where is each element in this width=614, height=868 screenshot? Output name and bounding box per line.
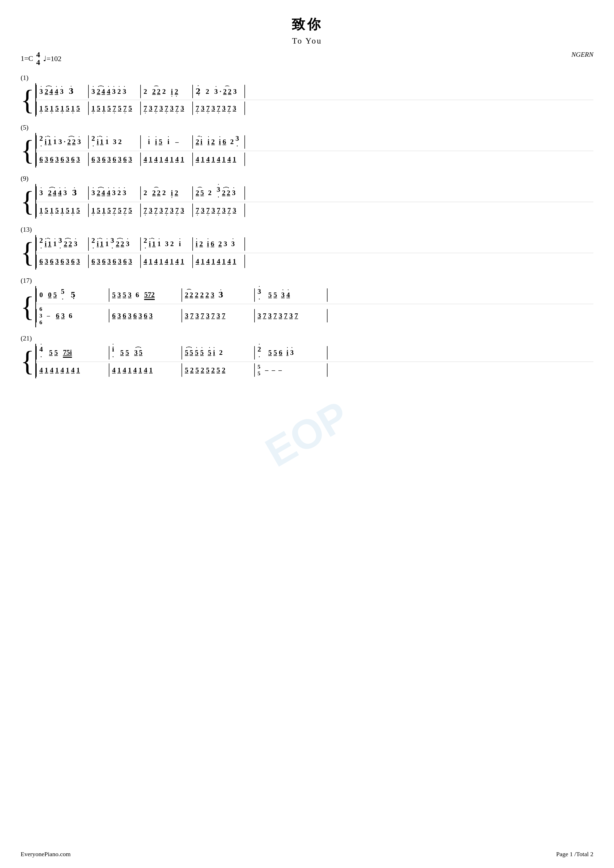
note: 1 — [92, 104, 95, 112]
note: 2 — [152, 189, 156, 197]
note: i — [208, 138, 210, 146]
note: 2 — [72, 138, 76, 146]
note: 3̇ — [72, 189, 77, 197]
note: 4 — [165, 155, 168, 163]
bass-staff-4: 6 3 6 3 6 3 6 3 6 3 6 3 6 3 6 — [36, 253, 593, 270]
note: 2 — [174, 189, 178, 197]
note: 7 — [176, 104, 179, 112]
note: 5 — [107, 104, 111, 112]
measure-5-treble: 2· i 1 1 3 · 2 2 3 — [37, 135, 88, 149]
key-sig: 1=C — [21, 54, 33, 63]
section-label-1: (1) — [21, 74, 593, 82]
note: 4 — [53, 189, 56, 197]
measure-20-bass: 3 7 3 7 3 7 3 7 — [255, 312, 327, 320]
note: 6 — [61, 155, 64, 163]
subtitle: To You — [21, 36, 593, 46]
note: 7 — [154, 104, 158, 112]
note: 1 — [211, 155, 215, 163]
measure-18-treble: 5 3 5 3 6 572 — [109, 291, 182, 299]
measure-9-bass: 1 5 1 5 1 5 1 5 — [37, 206, 88, 214]
note: 3 — [118, 155, 121, 163]
note: 4 — [154, 155, 158, 163]
note: 6 — [123, 155, 127, 163]
note: 7 — [206, 104, 210, 112]
note: 4 — [55, 88, 58, 96]
note: 4 — [176, 155, 179, 163]
measure-20-treble: 3· 5 5 3 4 — [255, 288, 327, 302]
measure-23-bass: 5 2 5 2 5 2 5 2 — [182, 366, 254, 374]
note: 7 — [123, 104, 127, 112]
note: 3 — [45, 155, 48, 163]
note: 4 — [107, 189, 110, 197]
note: 1 — [100, 138, 104, 146]
measure-2-bass: 1 5 1 5 7 5 7 5 — [89, 104, 140, 112]
treble-staff-5: 0 0 5 5· 5̣ 5 3 5 3 6 — [36, 286, 593, 304]
time-sig: 4 4 — [36, 51, 40, 66]
measure-12-bass: 7 3 7 3 7 3 7 3 — [193, 206, 244, 214]
note: 3· — [217, 186, 220, 200]
note: 2 — [162, 189, 166, 197]
brace-3: { — [21, 184, 35, 219]
note: 1 — [159, 155, 163, 163]
note: 2· — [39, 135, 43, 149]
note: 6 — [136, 291, 139, 299]
note: 2 — [118, 138, 122, 146]
note: 2 — [117, 189, 121, 197]
note: 3 — [60, 88, 64, 96]
footer: EveryonePiano.com Page 1 /Total 2 — [21, 851, 593, 858]
note: i — [155, 138, 157, 146]
note: 6 — [39, 155, 43, 163]
note: 3 — [233, 104, 236, 112]
measure-8-bass: 4 1 4 1 4 1 4 1 — [193, 155, 244, 163]
treble-staff-2: 2· i 1 1 3 · 2 2 3 2· — [36, 133, 593, 151]
note: 1 — [50, 104, 54, 112]
note: 4 — [107, 88, 110, 96]
note: i — [171, 189, 173, 197]
bass-staff-1: 1 5 1 5 1 5 1 5 1 5 1 5 7 5 — [36, 100, 593, 116]
note: 7 — [217, 104, 221, 112]
note: 5 — [45, 104, 48, 112]
bpm: ♩=102 — [43, 54, 61, 63]
note: 5 — [159, 138, 162, 146]
measure-5-bass: 6 3 6 3 6 3 6 3 — [37, 155, 88, 163]
measure-13-treble: 2· i 1 1 3· 2 2 3 — [37, 237, 88, 251]
bass-staff-2: 6 3 6 3 6 3 6 3 6 3 6 3 6 3 6 — [36, 151, 593, 167]
note: 2 — [157, 88, 161, 96]
measure-14-bass: 6 3 6 3 6 3 6 3 — [89, 257, 140, 265]
note: 3 — [128, 155, 132, 163]
staves-6: 4· 5 5 75i i· 5 5 3 5 — [35, 344, 593, 378]
note: 3 — [232, 189, 236, 197]
note: 3· — [235, 135, 239, 149]
note: 2 — [45, 88, 48, 96]
note: 0 — [39, 291, 43, 299]
measure-3-treble: 2 2 2 2 i 2 — [141, 88, 193, 96]
measure-17-bass: 6 3 6 – 6 3 6 — [37, 306, 109, 326]
staves-1: 3 2 4 4 3 3̇ 3 2 4 — [35, 83, 593, 116]
note: i — [45, 138, 47, 146]
note: 3 — [128, 291, 132, 299]
note: 2 — [162, 88, 166, 96]
note: 3 — [59, 138, 62, 146]
tempo-info: 1=C 4 4 ♩=102 — [21, 51, 61, 66]
measure-21-bass: 4 1 4 1 4 1 4 1 — [37, 366, 109, 374]
measure-4-bass: 7 3 7 3 7 3 7 3 — [193, 104, 244, 112]
measure-8-treble: 2 i i 2 i 6 2 3· — [193, 135, 244, 149]
note: 3 — [214, 88, 218, 96]
treble-staff-6: 4· 5 5 75i i· 5 5 3 5 — [36, 344, 593, 361]
footer-left: EveryonePiano.com — [21, 851, 71, 858]
measure-1-treble: 3 2 4 4 3 3̇ — [37, 87, 88, 96]
note: 5 — [76, 104, 80, 112]
note: 1 — [105, 138, 109, 146]
note: 5 — [123, 291, 126, 299]
note: 1 — [201, 155, 205, 163]
note: 3 — [211, 104, 215, 112]
note: 1 — [102, 104, 106, 112]
note: 6 — [92, 155, 95, 163]
note: 3 — [159, 104, 163, 112]
note: 6 — [113, 155, 116, 163]
staves-5: 0 0 5 5· 5̣ 5 3 5 3 6 — [35, 286, 593, 327]
section-label-21: (21) — [21, 335, 593, 342]
note: 2 — [196, 189, 199, 197]
system-2: (5) { 2· i 1 1 3 · 2 2 — [21, 124, 593, 167]
brace-2: { — [21, 133, 35, 167]
